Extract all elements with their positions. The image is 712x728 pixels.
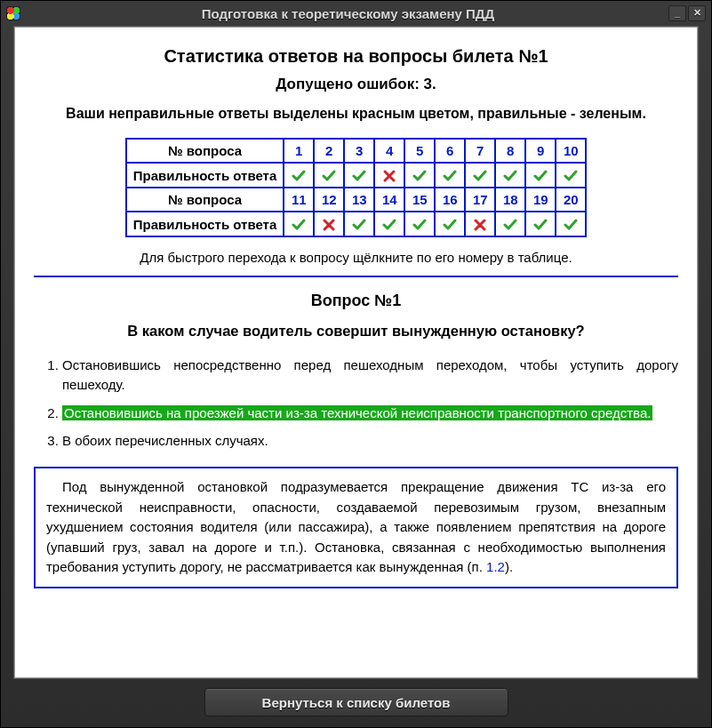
scroll-view[interactable]: Статистика ответов на вопросы билета №1 … bbox=[14, 27, 698, 678]
question-number-link[interactable]: 19 bbox=[525, 188, 556, 212]
check-icon bbox=[412, 218, 427, 232]
correct-mark bbox=[465, 163, 495, 188]
question-number-link[interactable]: 7 bbox=[465, 139, 495, 163]
check-icon bbox=[322, 169, 336, 183]
check-icon bbox=[503, 169, 517, 183]
question-number-link[interactable]: 8 bbox=[495, 139, 525, 163]
cross-icon bbox=[322, 218, 336, 232]
correct-mark bbox=[404, 212, 435, 236]
question-number-link[interactable]: 15 bbox=[404, 188, 435, 212]
explanation-box: Под вынужденной остановкой подразумевает… bbox=[34, 467, 678, 588]
rule-link[interactable]: 1.2 bbox=[486, 559, 505, 574]
app-window: Подготовка к теоретическому экзамену ПДД… bbox=[0, 0, 712, 728]
check-icon bbox=[443, 218, 457, 232]
question-number-link[interactable]: 12 bbox=[314, 188, 344, 212]
explanation-text-post: ). bbox=[505, 559, 513, 574]
window-title: Подготовка к теоретическому экзамену ПДД bbox=[28, 6, 668, 21]
correct-mark bbox=[525, 212, 556, 236]
minimize-button[interactable]: _ bbox=[668, 5, 686, 21]
mistakes-count: Допущено ошибок: 3. bbox=[34, 76, 678, 93]
section-divider bbox=[34, 276, 678, 277]
check-icon bbox=[564, 169, 578, 183]
correct-mark bbox=[344, 163, 374, 188]
color-legend: Ваши неправильные ответы выделены красны… bbox=[34, 106, 678, 122]
correct-mark bbox=[374, 212, 404, 236]
titlebar: Подготовка к теоретическому экзамену ПДД… bbox=[1, 1, 711, 26]
stats-heading: Статистика ответов на вопросы билета №1 bbox=[34, 46, 678, 67]
question-heading: Вопрос №1 bbox=[34, 292, 678, 310]
check-icon bbox=[292, 169, 306, 183]
check-icon bbox=[412, 169, 427, 183]
question-number-link[interactable]: 16 bbox=[435, 188, 465, 212]
check-icon bbox=[473, 169, 487, 183]
table-hint: Для быстрого перехода к вопросу щёлкните… bbox=[34, 250, 678, 265]
window-controls: _ ✕ bbox=[668, 5, 706, 21]
question-number-link[interactable]: 2 bbox=[314, 139, 344, 163]
check-icon bbox=[533, 169, 548, 183]
question-number-link[interactable]: 5 bbox=[404, 139, 435, 163]
question-text: В каком случае водитель совершит вынужде… bbox=[34, 323, 678, 340]
question-number-link[interactable]: 1 bbox=[284, 139, 314, 163]
correct-mark bbox=[344, 212, 374, 236]
correct-mark bbox=[435, 163, 465, 188]
correct-mark bbox=[525, 163, 556, 188]
question-number-link[interactable]: 20 bbox=[556, 188, 586, 212]
wrong-mark bbox=[465, 212, 495, 236]
wrong-mark bbox=[314, 212, 344, 236]
results-table: № вопроса12345678910Правильность ответа№… bbox=[125, 138, 588, 237]
check-icon bbox=[352, 169, 366, 183]
row-header-correct: Правильность ответа bbox=[126, 163, 284, 188]
cross-icon bbox=[473, 218, 487, 232]
app-icon bbox=[6, 6, 20, 20]
question-number-link[interactable]: 13 bbox=[344, 188, 374, 212]
answer-correct: Остановившись на проезжей части из-за те… bbox=[62, 405, 652, 420]
answer-option: Остановившись на проезжей части из-за те… bbox=[62, 404, 678, 423]
check-icon bbox=[352, 218, 366, 232]
back-to-tickets-button[interactable]: Вернуться к списку билетов bbox=[204, 688, 508, 716]
correct-mark bbox=[314, 163, 344, 188]
close-button[interactable]: ✕ bbox=[688, 5, 706, 21]
question-number-link[interactable]: 4 bbox=[374, 139, 404, 163]
correct-mark bbox=[495, 212, 525, 236]
footer: Вернуться к списку билетов bbox=[1, 684, 711, 727]
check-icon bbox=[533, 218, 548, 232]
question-number-link[interactable]: 10 bbox=[556, 139, 586, 163]
explanation-text-pre: Под вынужденной остановкой подразумевает… bbox=[46, 479, 666, 574]
question-number-link[interactable]: 11 bbox=[284, 188, 314, 212]
question-number-link[interactable]: 14 bbox=[374, 188, 404, 212]
answer-text: Остановившись непосредственно перед пеше… bbox=[62, 357, 678, 392]
question-number-link[interactable]: 3 bbox=[344, 139, 374, 163]
check-icon bbox=[292, 218, 306, 232]
check-icon bbox=[382, 218, 396, 232]
question-number-link[interactable]: 18 bbox=[495, 188, 525, 212]
check-icon bbox=[443, 169, 457, 183]
correct-mark bbox=[284, 163, 314, 188]
check-icon bbox=[503, 218, 517, 232]
correct-mark bbox=[404, 163, 435, 188]
question-number-link[interactable]: 9 bbox=[525, 139, 556, 163]
question-number-link[interactable]: 6 bbox=[435, 139, 465, 163]
check-icon bbox=[564, 218, 578, 232]
correct-mark bbox=[556, 212, 586, 236]
cross-icon bbox=[382, 169, 396, 183]
content-area: Статистика ответов на вопросы билета №1 … bbox=[13, 26, 699, 679]
back-button-label: Вернуться к списку билетов bbox=[262, 695, 451, 710]
correct-mark bbox=[495, 163, 525, 188]
answer-option: В обоих перечисленных случаях. bbox=[62, 431, 678, 451]
correct-mark bbox=[556, 163, 586, 188]
question-number-link[interactable]: 17 bbox=[465, 188, 495, 212]
row-header-correct: Правильность ответа bbox=[126, 212, 284, 236]
answer-option: Остановившись непосредственно перед пеше… bbox=[62, 356, 678, 395]
correct-mark bbox=[435, 212, 465, 236]
correct-mark bbox=[284, 212, 314, 236]
row-header-number: № вопроса bbox=[126, 188, 284, 212]
wrong-mark bbox=[374, 163, 404, 188]
answer-text: В обоих перечисленных случаях. bbox=[62, 433, 268, 448]
answers-list: Остановившись непосредственно перед пеше… bbox=[39, 356, 678, 451]
row-header-number: № вопроса bbox=[126, 139, 284, 163]
